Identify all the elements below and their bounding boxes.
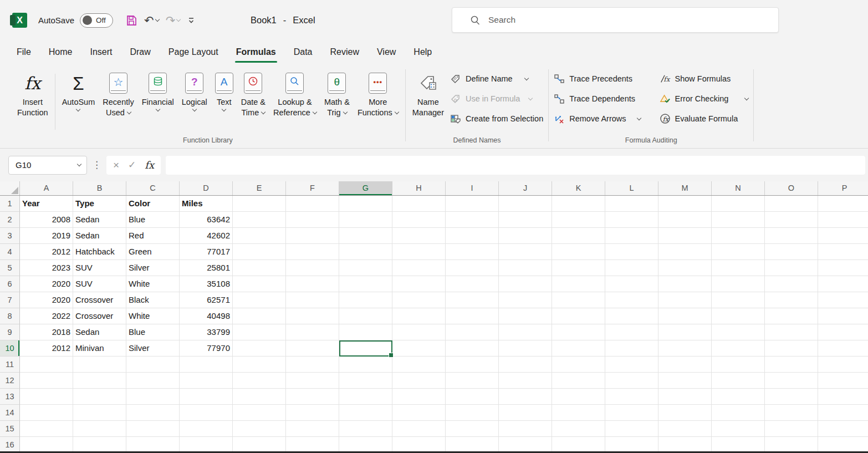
cell-D7[interactable]: 62571	[180, 292, 233, 308]
logical-button[interactable]: ? Logical	[178, 68, 211, 114]
cell-N1[interactable]	[712, 196, 765, 212]
cell-P4[interactable]	[818, 244, 868, 260]
cell-M13[interactable]	[658, 389, 712, 405]
cell-L12[interactable]	[605, 373, 658, 389]
cell-F7[interactable]	[286, 292, 339, 308]
cell-G7[interactable]	[339, 292, 392, 308]
cell-O3[interactable]	[765, 228, 818, 244]
cell-J5[interactable]	[499, 260, 552, 276]
cell-N14[interactable]	[712, 405, 765, 421]
cell-M11[interactable]	[658, 357, 712, 373]
row-header-6[interactable]: 6	[0, 276, 20, 292]
cell-L11[interactable]	[605, 357, 658, 373]
cell-K9[interactable]	[552, 324, 605, 340]
cell-H4[interactable]	[392, 244, 446, 260]
column-header-M[interactable]: M	[658, 181, 712, 195]
cell-M14[interactable]	[658, 405, 712, 421]
cell-E3[interactable]	[233, 228, 286, 244]
row-header-1[interactable]: 1	[0, 196, 20, 212]
cell-B9[interactable]: Sedan	[73, 324, 126, 340]
cell-E9[interactable]	[233, 324, 286, 340]
cell-I1[interactable]	[446, 196, 499, 212]
column-header-K[interactable]: K	[552, 181, 605, 195]
cell-H14[interactable]	[392, 405, 446, 421]
cell-M10[interactable]	[658, 340, 712, 357]
cell-B15[interactable]	[73, 421, 126, 437]
cell-L8[interactable]	[605, 308, 658, 324]
cell-E12[interactable]	[233, 373, 286, 389]
cell-G13[interactable]	[339, 389, 392, 405]
cell-O14[interactable]	[765, 405, 818, 421]
cell-H10[interactable]	[392, 340, 446, 357]
cell-I5[interactable]	[446, 260, 499, 276]
cell-O15[interactable]	[765, 421, 818, 437]
cell-E7[interactable]	[233, 292, 286, 308]
cell-G11[interactable]	[339, 357, 392, 373]
cell-G2[interactable]	[339, 212, 392, 228]
cell-D4[interactable]: 77017	[180, 244, 233, 260]
cell-O16[interactable]	[765, 437, 818, 453]
cell-K1[interactable]	[552, 196, 605, 212]
cell-P3[interactable]	[818, 228, 868, 244]
cell-H12[interactable]	[392, 373, 446, 389]
cell-P15[interactable]	[818, 421, 868, 437]
cell-I16[interactable]	[446, 437, 499, 453]
cell-E16[interactable]	[233, 437, 286, 453]
cell-N3[interactable]	[712, 228, 765, 244]
cell-C12[interactable]	[126, 373, 180, 389]
cell-L1[interactable]	[605, 196, 658, 212]
cell-N9[interactable]	[712, 324, 765, 340]
cell-L3[interactable]	[605, 228, 658, 244]
cell-F15[interactable]	[286, 421, 339, 437]
cell-N12[interactable]	[712, 373, 765, 389]
cell-F1[interactable]	[286, 196, 339, 212]
cell-J7[interactable]	[499, 292, 552, 308]
cell-N5[interactable]	[712, 260, 765, 276]
row-header-3[interactable]: 3	[0, 228, 20, 244]
formula-input[interactable]	[166, 156, 865, 175]
cell-A6[interactable]: 2020	[20, 276, 73, 292]
cell-J13[interactable]	[499, 389, 552, 405]
cell-F14[interactable]	[286, 405, 339, 421]
define-name-button[interactable]: Define Name	[448, 70, 545, 87]
cell-B3[interactable]: Sedan	[73, 228, 126, 244]
cell-E4[interactable]	[233, 244, 286, 260]
cell-D8[interactable]: 40498	[180, 308, 233, 324]
cell-K12[interactable]	[552, 373, 605, 389]
cell-K16[interactable]	[552, 437, 605, 453]
cell-B5[interactable]: SUV	[73, 260, 126, 276]
cell-I12[interactable]	[446, 373, 499, 389]
cell-M3[interactable]	[658, 228, 712, 244]
cell-P10[interactable]	[818, 340, 868, 357]
cell-F16[interactable]	[286, 437, 339, 453]
cell-K11[interactable]	[552, 357, 605, 373]
cell-E15[interactable]	[233, 421, 286, 437]
name-box[interactable]: G10	[8, 156, 87, 175]
cell-M1[interactable]	[658, 196, 712, 212]
cell-C8[interactable]: White	[126, 308, 180, 324]
cell-K7[interactable]	[552, 292, 605, 308]
cell-D10[interactable]: 77970	[180, 340, 233, 357]
name-manager-button[interactable]: Name Manager	[409, 68, 448, 119]
cell-H15[interactable]	[392, 421, 446, 437]
cell-A13[interactable]	[20, 389, 73, 405]
cell-M7[interactable]	[658, 292, 712, 308]
row-header-2[interactable]: 2	[0, 212, 20, 228]
save-button[interactable]	[125, 14, 137, 27]
column-header-B[interactable]: B	[73, 181, 126, 195]
column-header-L[interactable]: L	[605, 181, 658, 195]
cell-C10[interactable]: Silver	[126, 340, 180, 357]
cell-H11[interactable]	[392, 357, 446, 373]
cell-K5[interactable]	[552, 260, 605, 276]
cell-O1[interactable]	[765, 196, 818, 212]
lookup-reference-button[interactable]: Lookup & Reference	[269, 68, 320, 119]
column-header-O[interactable]: O	[765, 181, 818, 195]
cell-I10[interactable]	[446, 340, 499, 357]
row-header-4[interactable]: 4	[0, 244, 20, 260]
column-header-N[interactable]: N	[712, 181, 765, 195]
row-header-16[interactable]: 16	[0, 437, 20, 453]
cell-G9[interactable]	[339, 324, 392, 340]
row-header-9[interactable]: 9	[0, 324, 20, 340]
cell-J14[interactable]	[499, 405, 552, 421]
cell-B4[interactable]: Hatchback	[73, 244, 126, 260]
